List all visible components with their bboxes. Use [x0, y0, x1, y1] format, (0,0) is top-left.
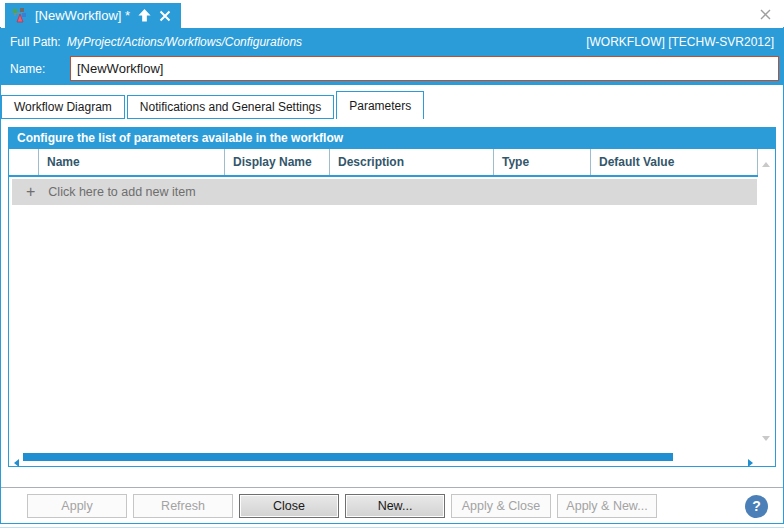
column-header-name[interactable]: Name: [39, 149, 225, 175]
float-window-icon[interactable]: [137, 8, 152, 23]
tab-notifications-general-settings[interactable]: Notifications and General Settings: [127, 95, 334, 119]
document-tab[interactable]: [NewWorkflow] *: [5, 3, 181, 28]
scroll-left-icon[interactable]: [14, 453, 19, 471]
column-header-description[interactable]: Description: [330, 149, 494, 175]
window-close-icon[interactable]: [759, 8, 772, 21]
close-button[interactable]: Close: [239, 494, 339, 518]
button-bar: Apply Refresh Close New... Apply & Close…: [0, 488, 784, 523]
add-new-item-row[interactable]: + Click here to add new item: [12, 179, 757, 205]
horizontal-scrollbar[interactable]: [10, 450, 757, 465]
close-document-icon[interactable]: [159, 10, 171, 22]
scroll-up-icon[interactable]: [762, 153, 770, 171]
scroll-down-icon[interactable]: [762, 427, 770, 445]
column-header-type[interactable]: Type: [494, 149, 591, 175]
tab-workflow-diagram[interactable]: Workflow Diagram: [1, 95, 125, 119]
parameters-panel: Configure the list of parameters availab…: [8, 127, 776, 467]
context-badge: [WORKFLOW] [TECHW-SVR2012]: [586, 35, 774, 49]
help-icon[interactable]: ?: [745, 495, 768, 518]
name-row: Name:: [0, 55, 784, 85]
header-block: Full Path: MyProject/Actions/Workflows/C…: [0, 28, 784, 85]
add-new-item-label: Click here to add new item: [48, 185, 195, 199]
column-header-default-value[interactable]: Default Value: [591, 149, 758, 175]
plus-icon: +: [26, 179, 35, 205]
workflow-icon: [12, 8, 28, 24]
window-bottom-accent: [0, 527, 784, 528]
new-button[interactable]: New...: [345, 494, 445, 518]
parameters-panel-header: Configure the list of parameters availab…: [9, 128, 775, 149]
workflow-editor-window: [NewWorkflow] * Full Path: MyProject/Act…: [0, 0, 784, 529]
name-label: Name:: [10, 55, 45, 83]
apply-and-new-button[interactable]: Apply & New...: [557, 494, 657, 518]
tab-parameters[interactable]: Parameters: [336, 91, 424, 119]
refresh-button[interactable]: Refresh: [133, 494, 233, 518]
parameters-grid-header: Name Display Name Description Type Defau…: [9, 149, 758, 177]
document-title: [NewWorkflow] *: [35, 8, 130, 23]
full-path-bar: Full Path: MyProject/Actions/Workflows/C…: [0, 28, 784, 55]
name-input[interactable]: [70, 56, 779, 81]
scroll-right-icon[interactable]: [748, 453, 753, 471]
document-tab-strip: [NewWorkflow] *: [0, 0, 784, 28]
horizontal-scrollbar-thumb[interactable]: [23, 453, 673, 461]
full-path-value: MyProject/Actions/Workflows/Configuratio…: [67, 35, 302, 49]
apply-and-close-button[interactable]: Apply & Close: [451, 494, 551, 518]
column-header-display-name[interactable]: Display Name: [225, 149, 330, 175]
full-path-label: Full Path:: [10, 35, 61, 49]
vertical-scrollbar[interactable]: [758, 149, 774, 449]
tab-strip: Workflow Diagram Notifications and Gener…: [1, 91, 424, 119]
apply-button[interactable]: Apply: [27, 494, 127, 518]
row-selector-column-header: [9, 149, 39, 175]
